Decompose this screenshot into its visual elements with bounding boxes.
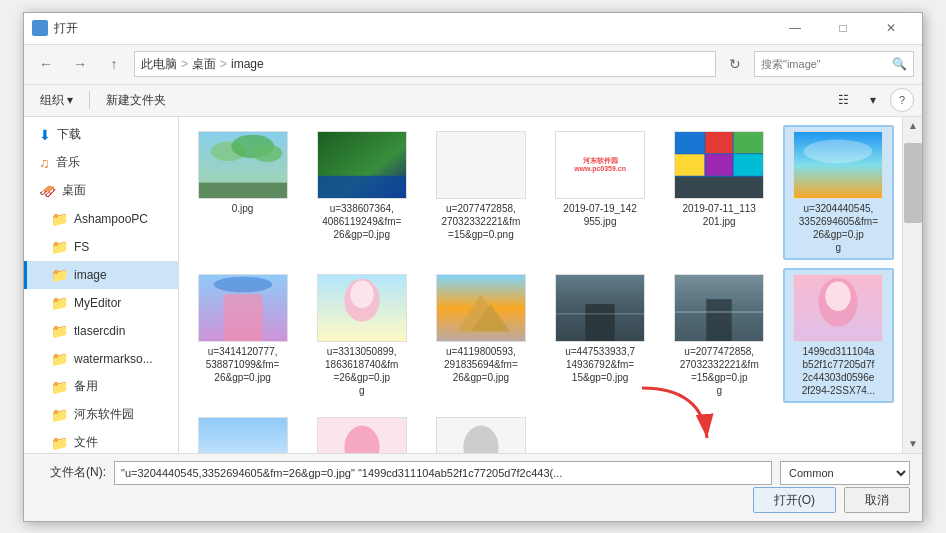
- file-name-1: u=338607364,4086119249&fm=26&gp=0.jpg: [322, 202, 401, 241]
- sidebar-item-backup[interactable]: 📁 备用: [24, 373, 178, 401]
- file-name-9: u=447533933,714936792&fm=15&gp=0.jpg: [565, 345, 635, 384]
- toolbar-separator: [89, 91, 90, 109]
- up-button[interactable]: ↑: [100, 50, 128, 78]
- title-controls: — □ ✕: [772, 13, 914, 43]
- sidebar-item-label: 下载: [57, 126, 81, 143]
- file-thumb-5: [793, 131, 883, 199]
- file-item-11[interactable]: 1499cd311104ab52f1c77205d7f2c44303d0596e…: [783, 268, 894, 403]
- folder-icon: 📁: [51, 379, 68, 395]
- toolbar-right: ☷ ▾ ?: [830, 88, 914, 112]
- file-name-10: u=2077472858,27032332221&fm=15&gp=0.jpg: [680, 345, 759, 397]
- search-icon: 🔍: [892, 57, 907, 71]
- organize-button[interactable]: 组织 ▾: [32, 88, 81, 112]
- refresh-button[interactable]: ↻: [722, 51, 748, 77]
- music-icon: ♫: [39, 155, 50, 171]
- folder-icon: 📁: [51, 267, 68, 283]
- file-thumb-0: [198, 131, 288, 199]
- view-dropdown-button[interactable]: ▾: [860, 88, 886, 112]
- open-button[interactable]: 打开(O): [753, 487, 836, 513]
- file-item-3[interactable]: 河东软件园www.pc0359.cn 2019-07-19_142955.jpg: [544, 125, 655, 260]
- file-item-9[interactable]: u=447533933,714936792&fm=15&gp=0.jpg: [544, 268, 655, 403]
- maximize-button[interactable]: □: [820, 13, 866, 43]
- sidebar-item-myeditor[interactable]: 📁 MyEditor: [24, 289, 178, 317]
- sidebar-item-label: 文件: [74, 434, 98, 451]
- file-thumb-14: [436, 417, 526, 453]
- svg-rect-14: [675, 176, 763, 198]
- sidebar-item-files[interactable]: 📁 文件: [24, 429, 178, 453]
- file-thumb-9: [555, 274, 645, 342]
- search-box[interactable]: 🔍: [754, 51, 914, 77]
- bottom-bar: 文件名(N): Common 打开(O) 取消: [24, 453, 922, 521]
- svg-rect-13: [734, 154, 763, 176]
- help-button[interactable]: ?: [890, 88, 914, 112]
- dialog-title: 打开: [54, 20, 78, 37]
- file-thumb-13: [317, 417, 407, 453]
- filename-row: 文件名(N): Common: [36, 461, 910, 485]
- close-button[interactable]: ✕: [868, 13, 914, 43]
- sidebar-item-label: watermarkso...: [74, 352, 153, 366]
- file-name-2: u=2077472858,27032332221&fm=15&gp=0.png: [441, 202, 520, 241]
- sidebar-item-image[interactable]: 📁 image: [24, 261, 178, 289]
- file-item-5[interactable]: u=3204440545,3352694605&fm=26&gp=0.jpg: [783, 125, 894, 260]
- sidebar-item-desktop[interactable]: 🛷 桌面: [24, 177, 178, 205]
- search-input[interactable]: [761, 58, 888, 70]
- file-item-12[interactable]: [187, 411, 298, 453]
- svg-rect-9: [706, 131, 733, 153]
- sidebar-item-label: FS: [74, 240, 89, 254]
- back-button[interactable]: ←: [32, 50, 60, 78]
- scroll-up-button[interactable]: ▲: [903, 117, 922, 135]
- desktop-icon: 🛷: [39, 183, 56, 199]
- filename-input[interactable]: [114, 461, 772, 485]
- svg-rect-19: [223, 294, 262, 341]
- cancel-button[interactable]: 取消: [844, 487, 910, 513]
- path-part-2: 桌面: [192, 56, 216, 73]
- svg-rect-4: [199, 182, 287, 198]
- file-name-0: 0.jpg: [232, 202, 254, 215]
- sidebar-item-ashampoo[interactable]: 📁 AshampooPC: [24, 205, 178, 233]
- address-path[interactable]: 此电脑 > 桌面 > image: [134, 51, 716, 77]
- sidebar-item-downloads[interactable]: ⬇ 下载: [24, 121, 178, 149]
- forward-button[interactable]: →: [66, 50, 94, 78]
- minimize-button[interactable]: —: [772, 13, 818, 43]
- file-item-6[interactable]: u=3414120777,538871099&fm=26&gp=0.jpg: [187, 268, 298, 403]
- svg-rect-35: [199, 417, 287, 452]
- filetype-select[interactable]: Common: [780, 461, 910, 485]
- sidebar-item-tlasercdin[interactable]: 📁 tlasercdin: [24, 317, 178, 345]
- svg-rect-30: [707, 299, 732, 341]
- file-item-0[interactable]: 0.jpg: [187, 125, 298, 260]
- file-item-13[interactable]: [306, 411, 417, 453]
- folder-icon: 📁: [51, 239, 68, 255]
- file-thumb-4: [674, 131, 764, 199]
- file-item-14[interactable]: [425, 411, 536, 453]
- toolbar: 组织 ▾ 新建文件夹 ☷ ▾ ?: [24, 85, 922, 117]
- sidebar-item-label: AshampooPC: [74, 212, 148, 226]
- path-sep-1: >: [181, 57, 188, 71]
- sidebar-item-hedong[interactable]: 📁 河东软件园: [24, 401, 178, 429]
- svg-point-34: [826, 281, 851, 310]
- file-name-5: u=3204440545,3352694605&fm=26&gp=0.jpg: [799, 202, 878, 254]
- scroll-thumb[interactable]: [904, 143, 922, 223]
- svg-point-22: [350, 280, 373, 307]
- new-folder-button[interactable]: 新建文件夹: [98, 88, 174, 112]
- file-item-2[interactable]: u=2077472858,27032332221&fm=15&gp=0.png: [425, 125, 536, 260]
- sidebar-item-watermark[interactable]: 📁 watermarkso...: [24, 345, 178, 373]
- sidebar-item-fs[interactable]: 📁 FS: [24, 233, 178, 261]
- file-thumb-7: [317, 274, 407, 342]
- file-item-4[interactable]: 2019-07-11_113201.jpg: [664, 125, 775, 260]
- svg-rect-6: [318, 175, 406, 197]
- file-item-1[interactable]: u=338607364,4086119249&fm=26&gp=0.jpg: [306, 125, 417, 260]
- title-bar-left: 打开: [32, 20, 78, 37]
- action-row: 打开(O) 取消: [36, 487, 910, 513]
- filename-label: 文件名(N):: [36, 464, 106, 481]
- sidebar-item-music[interactable]: ♫ 音乐: [24, 149, 178, 177]
- view-list-button[interactable]: ☷: [830, 88, 856, 112]
- file-item-8[interactable]: u=4119800593,291835694&fm=26&gp=0.jpg: [425, 268, 536, 403]
- file-thumb-8: [436, 274, 526, 342]
- scrollbar[interactable]: ▲ ▼: [902, 117, 922, 453]
- svg-point-18: [213, 276, 272, 292]
- sidebar-item-label: MyEditor: [74, 296, 121, 310]
- scroll-down-button[interactable]: ▼: [903, 435, 922, 453]
- folder-icon: 📁: [51, 407, 68, 423]
- file-item-7[interactable]: u=3313050899,1863618740&fm=26&gp=0.jpg: [306, 268, 417, 403]
- file-item-10[interactable]: u=2077472858,27032332221&fm=15&gp=0.jpg: [664, 268, 775, 403]
